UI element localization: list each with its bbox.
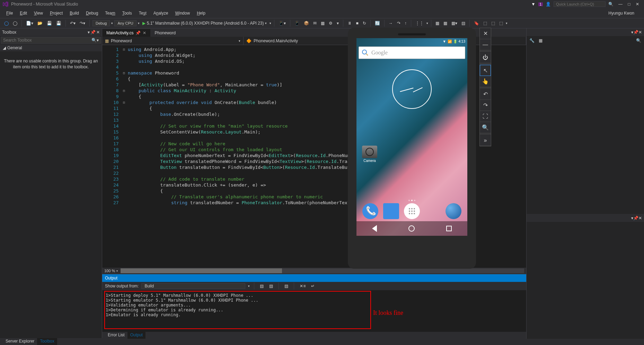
step-out-button[interactable]: ↑: [403, 20, 408, 26]
tb-misc3[interactable]: ▦: [442, 20, 449, 26]
emu-tools-button[interactable]: »: [480, 135, 491, 146]
menu-build[interactable]: Build: [66, 9, 82, 17]
emu-fit-button[interactable]: ⛶: [480, 111, 491, 122]
menu-file[interactable]: File: [3, 9, 16, 17]
tab-server-explorer[interactable]: Server Explorer: [3, 338, 37, 345]
camera-app-icon[interactable]: Camera: [362, 146, 377, 163]
tb-r2[interactable]: ⬚: [490, 20, 496, 26]
xam-btn1[interactable]: 📱: [293, 20, 301, 26]
tab-phoneword[interactable]: Phoneword: [150, 29, 180, 37]
nav-recent-button[interactable]: [446, 226, 452, 231]
emu-single-point-button[interactable]: ↖: [480, 65, 491, 76]
toolbox-general-header[interactable]: ◢ General: [0, 44, 102, 51]
toolbox-search[interactable]: 🔍▾: [1, 37, 101, 44]
search-icon[interactable]: 🔍▾: [91, 38, 99, 43]
menu-tools[interactable]: Tools: [119, 9, 135, 17]
dock-contacts-icon[interactable]: [383, 203, 399, 219]
se-btn2[interactable]: ▦: [537, 37, 544, 44]
start-debug-button[interactable]: ▶ 5.1" Marshmallow (6.0.0) XXHDPI Phone …: [141, 20, 268, 26]
emu-multitouch-button[interactable]: 👆: [480, 76, 491, 87]
save-all-button[interactable]: 💾: [55, 20, 63, 26]
pin-icon[interactable]: 📌: [633, 216, 638, 221]
panel-dropdown-icon[interactable]: ▾: [88, 30, 90, 35]
refresh-button[interactable]: 🔄: [373, 20, 381, 26]
output-btn2[interactable]: ▤: [268, 283, 274, 289]
se-search-icon[interactable]: 🔍: [635, 37, 643, 44]
emu-zoom-button[interactable]: 🔍: [480, 122, 491, 133]
open-button[interactable]: 📂: [36, 20, 44, 26]
minimize-button[interactable]: —: [616, 1, 625, 7]
menu-team[interactable]: Team: [102, 9, 118, 17]
output-content[interactable]: It looks fine 1>Starting deploy 5.1" Mar…: [102, 290, 526, 332]
nav-project[interactable]: ▦ Phoneword ▾: [102, 37, 244, 45]
back-button[interactable]: ◯: [3, 20, 10, 26]
tb-misc2[interactable]: ▦: [434, 20, 441, 26]
dock-browser-icon[interactable]: [445, 203, 461, 219]
tb-r1[interactable]: ⬚: [482, 20, 488, 26]
xam-btn4[interactable]: ▦: [319, 20, 326, 26]
output-wrap-button[interactable]: ↵: [310, 283, 316, 289]
close-panel-icon[interactable]: ✕: [96, 30, 100, 35]
output-btn1[interactable]: ▤: [258, 283, 265, 289]
nav-home-button[interactable]: [408, 225, 415, 232]
flag-icon[interactable]: ▼: [531, 2, 536, 7]
maximize-button[interactable]: □: [626, 1, 632, 7]
search-icon[interactable]: 🔍: [608, 2, 614, 7]
notification-badge[interactable]: 1: [538, 2, 543, 6]
xam-btn6[interactable]: ▾: [335, 20, 340, 26]
zoom-dropdown-icon[interactable]: ▾: [116, 269, 118, 273]
output-clear-button[interactable]: ✕≡: [298, 283, 307, 289]
solution-explorer-body[interactable]: [527, 45, 644, 214]
dock-apps-icon[interactable]: [404, 203, 420, 219]
nav-back-button[interactable]: [372, 225, 377, 232]
emu-power-button[interactable]: ⏻: [480, 52, 491, 63]
dock-phone-icon[interactable]: [362, 203, 378, 219]
stop-button[interactable]: ■: [354, 20, 360, 26]
emu-minimize-button[interactable]: —: [480, 39, 491, 50]
menu-edit[interactable]: Edit: [16, 9, 30, 17]
pin-icon[interactable]: 📌: [633, 30, 638, 35]
menu-analyze[interactable]: Analyze: [150, 9, 172, 17]
step-into-button[interactable]: →: [387, 20, 394, 26]
undo-button[interactable]: ↶▾: [69, 20, 77, 26]
output-source-dropdown[interactable]: Build: [141, 283, 245, 289]
tab-error-list[interactable]: Error List: [105, 332, 127, 339]
device-btn[interactable]: 📱▾: [277, 20, 287, 26]
close-panel-icon[interactable]: ✕: [638, 30, 642, 35]
output-btn3[interactable]: ▤: [283, 283, 290, 289]
menu-window[interactable]: Window: [171, 9, 193, 17]
menu-view[interactable]: View: [30, 9, 46, 17]
tab-mainactivity[interactable]: MainActivity.cs 📌 ✕: [102, 29, 150, 37]
menu-project[interactable]: Project: [46, 9, 66, 17]
xam-btn2[interactable]: 📦: [302, 20, 310, 26]
restart-button[interactable]: ↻: [361, 20, 368, 26]
horizontal-scrollbar[interactable]: [121, 268, 524, 273]
xam-btn3[interactable]: ✉: [312, 20, 318, 26]
fold-column[interactable]: ⊟⊟⊟⊟: [122, 45, 126, 268]
google-search-widget[interactable]: Google: [359, 46, 465, 59]
tb-misc4[interactable]: ▦▾: [450, 20, 459, 26]
tab-toolbox[interactable]: Toolbox: [37, 338, 57, 345]
pause-button[interactable]: ⏸: [346, 20, 353, 26]
menu-test[interactable]: Test: [135, 9, 150, 17]
redo-button[interactable]: ↷▾: [78, 20, 87, 26]
config-dropdown[interactable]: Debug: [92, 20, 110, 26]
xam-btn5[interactable]: ⚙: [327, 20, 334, 26]
zoom-level[interactable]: 100 %: [104, 269, 115, 273]
emu-rotate-right-button[interactable]: ↷: [480, 100, 491, 111]
bookmark-button[interactable]: 🔖: [473, 20, 480, 26]
toolbox-search-input[interactable]: [3, 38, 91, 43]
tb-misc5[interactable]: ▤: [460, 20, 467, 26]
close-button[interactable]: ✕: [634, 1, 641, 7]
tab-pin-icon[interactable]: 📌: [135, 31, 141, 35]
tb-misc1[interactable]: ⋮⋮: [414, 20, 425, 26]
pin-icon[interactable]: 📌: [90, 30, 96, 35]
menu-help[interactable]: Help: [193, 9, 209, 17]
tab-close-icon[interactable]: ✕: [143, 31, 146, 35]
menu-debug[interactable]: Debug: [82, 9, 102, 17]
emu-rotate-left-button[interactable]: ↶: [480, 89, 491, 100]
close-panel-icon[interactable]: ✕: [638, 216, 642, 221]
platform-dropdown[interactable]: Any CPU: [114, 20, 136, 26]
se-btn1[interactable]: 🔧: [528, 37, 536, 44]
new-button[interactable]: 📄▾: [25, 20, 35, 26]
